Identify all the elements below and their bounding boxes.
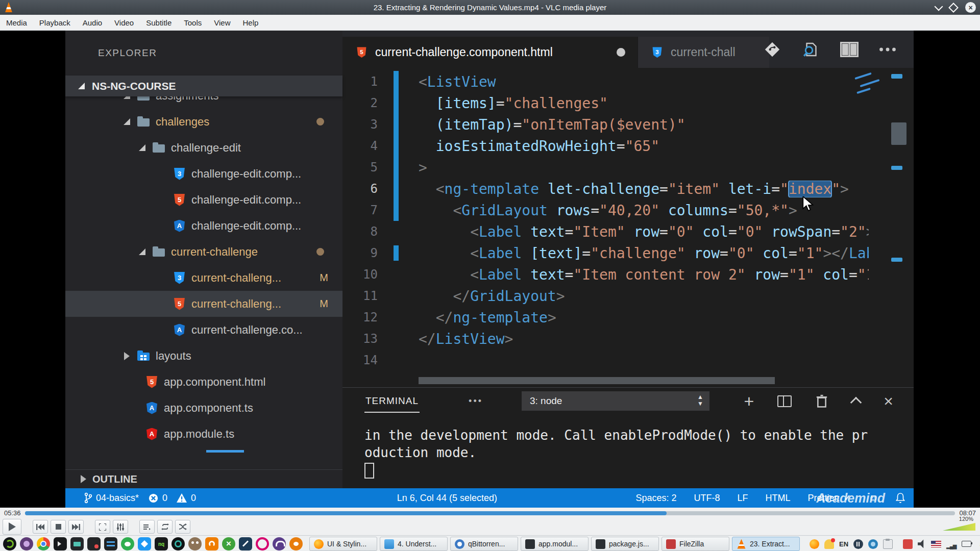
- cursor-position[interactable]: Ln 6, Col 44 (5 selected): [397, 493, 497, 504]
- menu-video[interactable]: Video: [114, 18, 134, 27]
- search-editor-icon[interactable]: [801, 40, 820, 59]
- kde-app-launcher-icon[interactable]: [138, 537, 151, 550]
- code-editor[interactable]: 1<ListView2 [items]="challenges"3 (itemT…: [342, 68, 914, 387]
- tray-flag-us-icon[interactable]: [931, 541, 941, 547]
- tree-item[interactable]: assignments: [65, 96, 342, 109]
- extended-settings-button[interactable]: [113, 520, 128, 534]
- menu-playback[interactable]: Playback: [39, 18, 70, 27]
- code-line[interactable]: 1<ListView: [342, 71, 914, 92]
- code-line[interactable]: 13</ListView>: [342, 328, 914, 349]
- maximize-panel-icon[interactable]: [850, 397, 862, 409]
- fullscreen-button[interactable]: [95, 520, 110, 534]
- tree-item[interactable]: challenge-edit: [65, 135, 342, 161]
- language-item[interactable]: HTML: [765, 493, 790, 504]
- notifications-bell-icon[interactable]: [895, 492, 905, 504]
- terminal-tab[interactable]: TERMINAL: [364, 388, 420, 414]
- minimize-icon[interactable]: [935, 2, 943, 11]
- code-line[interactable]: 9 <Label [text]="challenge" row="0" col=…: [342, 242, 914, 264]
- code-line[interactable]: 14: [342, 349, 914, 371]
- menu-audio[interactable]: Audio: [83, 18, 102, 27]
- dirty-indicator-icon[interactable]: [617, 48, 625, 57]
- kill-terminal-icon[interactable]: [815, 394, 828, 408]
- explorer-root-folder[interactable]: NS-NG-COURSE: [65, 76, 342, 96]
- formatter-item[interactable]: Prettier:✓: [807, 492, 851, 504]
- tray-battery-icon[interactable]: [962, 541, 971, 547]
- next-button[interactable]: [68, 520, 84, 534]
- headphones-launcher-icon[interactable]: [273, 537, 286, 550]
- teal-ring-launcher-icon[interactable]: [172, 537, 185, 550]
- volume-control[interactable]: 120%: [943, 523, 977, 531]
- git-branch-item[interactable]: 04-basics*: [84, 492, 139, 504]
- kdenlive-launcher-icon[interactable]: [239, 537, 252, 550]
- code-line[interactable]: 3 (itemTap)="onItemTap($event)": [342, 114, 914, 135]
- tree-item[interactable]: 3current-challeng...M: [65, 265, 342, 291]
- tray-mail-icon[interactable]: [903, 539, 913, 549]
- task-button[interactable]: UI & Stylin...: [309, 537, 377, 551]
- menu-media[interactable]: Media: [6, 18, 27, 27]
- seek-bar[interactable]: [25, 511, 955, 515]
- play-button[interactable]: [3, 519, 21, 535]
- tree-item[interactable]: current-challenge: [65, 239, 342, 265]
- outline-section[interactable]: OUTLINE: [65, 469, 342, 488]
- panel-drag-handle[interactable]: [206, 450, 244, 453]
- tree-item[interactable]: challenges: [65, 109, 342, 135]
- problems-item[interactable]: 0 0: [148, 493, 196, 504]
- phone-nq-launcher-icon[interactable]: [155, 537, 168, 550]
- menu-help[interactable]: Help: [243, 18, 259, 27]
- video-area[interactable]: EXPLORER NS-NG-COURSE assignmentschallen…: [0, 31, 980, 508]
- code-line[interactable]: 11 </GridLayout>: [342, 285, 914, 307]
- new-terminal-icon[interactable]: +: [744, 393, 754, 409]
- previous-button[interactable]: [33, 520, 48, 534]
- tray-locale-icon[interactable]: EN: [839, 539, 848, 549]
- blender-launcher-icon[interactable]: [289, 537, 303, 550]
- close-icon[interactable]: ×: [965, 2, 976, 13]
- menu-tools[interactable]: Tools: [184, 18, 202, 27]
- task-button[interactable]: qBittorren...: [450, 537, 518, 551]
- horizontal-scrollbar[interactable]: [419, 377, 775, 384]
- chrome-launcher-icon[interactable]: [37, 537, 50, 550]
- tray-bell-icon[interactable]: [824, 539, 834, 549]
- tree-item[interactable]: 5challenge-edit.comp...: [65, 187, 342, 213]
- code-line[interactable]: 5>: [342, 157, 914, 178]
- volume-slider[interactable]: [943, 523, 975, 531]
- konsole-launcher-icon[interactable]: [54, 537, 67, 550]
- random-button[interactable]: [175, 520, 190, 534]
- tree-item[interactable]: Acurrent-challenge.co...: [65, 317, 342, 343]
- tree-item[interactable]: 3challenge-edit.comp...: [65, 161, 342, 187]
- terminal-select[interactable]: 3: node ▲▼: [522, 391, 709, 411]
- tray-firefox-icon[interactable]: [810, 539, 819, 549]
- stop-button[interactable]: [51, 520, 66, 534]
- menu-view[interactable]: View: [214, 18, 230, 27]
- editor-tab[interactable]: 5current-challenge.component.html: [342, 37, 638, 68]
- task-button[interactable]: 4. Underst...: [380, 537, 448, 551]
- tree-item[interactable]: layouts: [65, 343, 342, 369]
- playlist-button[interactable]: [139, 520, 155, 534]
- feedback-smiley-icon[interactable]: ☺: [869, 493, 878, 504]
- code-line[interactable]: 8 <Label text="Item" row="0" col="0" row…: [342, 221, 914, 242]
- task-button[interactable]: 23. Extract...: [732, 537, 800, 551]
- tree-item[interactable]: Aapp.module.ts: [65, 421, 342, 447]
- akregator-launcher-icon[interactable]: [205, 537, 218, 550]
- tree-item[interactable]: Aapp.component.ts: [65, 395, 342, 421]
- gimp-launcher-icon[interactable]: [188, 537, 202, 550]
- tree-item[interactable]: 5current-challeng...M: [65, 291, 342, 317]
- terminal-overflow-icon[interactable]: •••: [469, 396, 483, 407]
- task-button[interactable]: FileZilla: [662, 537, 729, 551]
- frostwire-launcher-icon[interactable]: [121, 537, 134, 550]
- close-panel-icon[interactable]: ×: [884, 394, 893, 408]
- maximize-icon[interactable]: [948, 3, 959, 13]
- code-line[interactable]: 4 iosEstimatedRowHeight="65": [342, 135, 914, 157]
- split-terminal-icon[interactable]: [777, 395, 792, 407]
- indentation-item[interactable]: Spaces: 2: [635, 493, 676, 504]
- code-line[interactable]: 7 <GridLayout rows="40,20" columns="50,*…: [342, 199, 914, 221]
- code-line[interactable]: 6 <ng-template let-challenge="item" let-…: [342, 178, 914, 199]
- loop-button[interactable]: [157, 520, 173, 534]
- eol-item[interactable]: LF: [737, 493, 748, 504]
- menu-subtitle[interactable]: Subtitle: [146, 18, 172, 27]
- tray-globe-icon[interactable]: [868, 539, 878, 549]
- encoding-item[interactable]: UTF-8: [694, 493, 720, 504]
- screenshot-launcher-icon[interactable]: [70, 537, 84, 550]
- editor-tab[interactable]: 3current-chall: [638, 37, 769, 68]
- task-button[interactable]: package.js...: [591, 537, 659, 551]
- tray-clipboard-icon[interactable]: [883, 539, 893, 549]
